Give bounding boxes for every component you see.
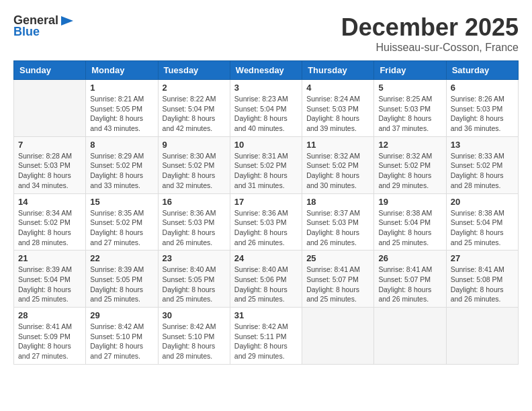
day-number: 2 (163, 83, 226, 93)
calendar-cell: 17Sunrise: 8:36 AM Sunset: 5:03 PM Dayli… (230, 193, 302, 250)
day-number: 1 (90, 83, 153, 93)
calendar-cell: 8Sunrise: 8:29 AM Sunset: 5:02 PM Daylig… (86, 136, 158, 193)
day-info: Sunrise: 8:35 AM Sunset: 5:02 PM Dayligh… (90, 208, 153, 248)
logo: General Blue (13, 13, 75, 39)
day-info: Sunrise: 8:32 AM Sunset: 5:02 PM Dayligh… (306, 151, 369, 191)
calendar-cell: 15Sunrise: 8:35 AM Sunset: 5:02 PM Dayli… (86, 193, 158, 250)
day-number: 19 (378, 197, 441, 207)
day-info: Sunrise: 8:40 AM Sunset: 5:06 PM Dayligh… (234, 265, 298, 304)
calendar-cell: 28Sunrise: 8:41 AM Sunset: 5:09 PM Dayli… (14, 308, 86, 365)
calendar-cell (446, 308, 518, 365)
day-info: Sunrise: 8:30 AM Sunset: 5:02 PM Dayligh… (163, 151, 226, 191)
header-saturday: Saturday (446, 61, 518, 80)
calendar-cell: 23Sunrise: 8:40 AM Sunset: 5:05 PM Dayli… (158, 250, 230, 308)
calendar-cell (302, 308, 374, 365)
day-info: Sunrise: 8:38 AM Sunset: 5:04 PM Dayligh… (451, 208, 514, 248)
week-row-3: 14Sunrise: 8:34 AM Sunset: 5:02 PM Dayli… (14, 193, 519, 250)
day-number: 10 (234, 140, 298, 150)
day-number: 5 (378, 83, 441, 93)
svg-marker-0 (61, 16, 73, 26)
day-info: Sunrise: 8:22 AM Sunset: 5:04 PM Dayligh… (163, 94, 226, 134)
day-number: 31 (234, 310, 298, 320)
calendar-table: SundayMondayTuesdayWednesdayThursdayFrid… (13, 60, 519, 365)
week-row-5: 28Sunrise: 8:41 AM Sunset: 5:09 PM Dayli… (14, 308, 519, 365)
title-area: December 2025 Huisseau-sur-Cosson, Franc… (341, 13, 519, 54)
day-number: 26 (378, 253, 441, 263)
day-info: Sunrise: 8:39 AM Sunset: 5:05 PM Dayligh… (90, 265, 153, 304)
day-number: 11 (306, 140, 369, 150)
day-number: 23 (163, 253, 226, 263)
calendar-cell: 24Sunrise: 8:40 AM Sunset: 5:06 PM Dayli… (230, 250, 302, 308)
day-info: Sunrise: 8:39 AM Sunset: 5:04 PM Dayligh… (18, 265, 81, 304)
calendar-cell: 12Sunrise: 8:32 AM Sunset: 5:02 PM Dayli… (374, 136, 446, 193)
day-info: Sunrise: 8:28 AM Sunset: 5:03 PM Dayligh… (18, 151, 81, 191)
month-title: December 2025 (341, 13, 519, 42)
header-thursday: Thursday (302, 61, 374, 80)
day-info: Sunrise: 8:32 AM Sunset: 5:02 PM Dayligh… (378, 151, 441, 191)
day-info: Sunrise: 8:24 AM Sunset: 5:03 PM Dayligh… (306, 94, 369, 134)
calendar-cell: 31Sunrise: 8:42 AM Sunset: 5:11 PM Dayli… (230, 308, 302, 365)
header-friday: Friday (374, 61, 446, 80)
calendar-cell: 26Sunrise: 8:41 AM Sunset: 5:07 PM Dayli… (374, 250, 446, 308)
calendar-cell: 29Sunrise: 8:42 AM Sunset: 5:10 PM Dayli… (86, 308, 158, 365)
location-title: Huisseau-sur-Cosson, France (341, 42, 519, 54)
day-number: 24 (234, 253, 298, 263)
day-info: Sunrise: 8:42 AM Sunset: 5:10 PM Dayligh… (163, 322, 226, 361)
day-number: 29 (90, 310, 153, 320)
week-row-2: 7Sunrise: 8:28 AM Sunset: 5:03 PM Daylig… (14, 136, 519, 193)
day-number: 3 (234, 83, 298, 93)
day-number: 6 (451, 83, 514, 93)
header-tuesday: Tuesday (158, 61, 230, 80)
calendar-cell: 22Sunrise: 8:39 AM Sunset: 5:05 PM Dayli… (86, 250, 158, 308)
day-number: 15 (90, 197, 153, 207)
day-info: Sunrise: 8:36 AM Sunset: 5:03 PM Dayligh… (234, 208, 298, 248)
day-number: 14 (18, 197, 81, 207)
calendar-cell: 13Sunrise: 8:33 AM Sunset: 5:02 PM Dayli… (446, 136, 518, 193)
calendar-cell: 3Sunrise: 8:23 AM Sunset: 5:04 PM Daylig… (230, 80, 302, 137)
calendar-cell: 20Sunrise: 8:38 AM Sunset: 5:04 PM Dayli… (446, 193, 518, 250)
day-number: 12 (378, 140, 441, 150)
day-number: 16 (163, 197, 226, 207)
day-info: Sunrise: 8:34 AM Sunset: 5:02 PM Dayligh… (18, 208, 81, 248)
day-info: Sunrise: 8:41 AM Sunset: 5:08 PM Dayligh… (451, 265, 514, 304)
calendar-cell: 1Sunrise: 8:21 AM Sunset: 5:05 PM Daylig… (86, 80, 158, 137)
day-info: Sunrise: 8:21 AM Sunset: 5:05 PM Dayligh… (90, 94, 153, 134)
logo-flag-icon (60, 15, 75, 27)
day-number: 4 (306, 83, 369, 93)
day-info: Sunrise: 8:33 AM Sunset: 5:02 PM Dayligh… (451, 151, 514, 191)
day-number: 28 (18, 310, 81, 320)
calendar-cell: 14Sunrise: 8:34 AM Sunset: 5:02 PM Dayli… (14, 193, 86, 250)
calendar-cell: 18Sunrise: 8:37 AM Sunset: 5:03 PM Dayli… (302, 193, 374, 250)
day-info: Sunrise: 8:25 AM Sunset: 5:03 PM Dayligh… (378, 94, 441, 134)
day-number: 27 (451, 253, 514, 263)
day-number: 20 (451, 197, 514, 207)
day-number: 9 (163, 140, 226, 150)
header-wednesday: Wednesday (230, 61, 302, 80)
header-row: SundayMondayTuesdayWednesdayThursdayFrid… (14, 61, 519, 80)
header-sunday: Sunday (14, 61, 86, 80)
day-info: Sunrise: 8:36 AM Sunset: 5:03 PM Dayligh… (163, 208, 226, 248)
day-number: 17 (234, 197, 298, 207)
day-info: Sunrise: 8:42 AM Sunset: 5:10 PM Dayligh… (90, 322, 153, 361)
day-number: 8 (90, 140, 153, 150)
day-number: 13 (451, 140, 514, 150)
calendar-cell: 27Sunrise: 8:41 AM Sunset: 5:08 PM Dayli… (446, 250, 518, 308)
day-number: 25 (306, 253, 369, 263)
calendar-cell: 16Sunrise: 8:36 AM Sunset: 5:03 PM Dayli… (158, 193, 230, 250)
calendar-cell: 19Sunrise: 8:38 AM Sunset: 5:04 PM Dayli… (374, 193, 446, 250)
calendar-cell: 6Sunrise: 8:26 AM Sunset: 5:03 PM Daylig… (446, 80, 518, 137)
day-info: Sunrise: 8:23 AM Sunset: 5:04 PM Dayligh… (234, 94, 298, 134)
calendar-cell: 5Sunrise: 8:25 AM Sunset: 5:03 PM Daylig… (374, 80, 446, 137)
calendar-cell (14, 80, 86, 137)
logo-blue: Blue (13, 25, 40, 39)
day-info: Sunrise: 8:31 AM Sunset: 5:02 PM Dayligh… (234, 151, 298, 191)
calendar-cell: 7Sunrise: 8:28 AM Sunset: 5:03 PM Daylig… (14, 136, 86, 193)
calendar-cell (374, 308, 446, 365)
day-info: Sunrise: 8:38 AM Sunset: 5:04 PM Dayligh… (378, 208, 441, 248)
day-info: Sunrise: 8:41 AM Sunset: 5:07 PM Dayligh… (378, 265, 441, 304)
calendar-cell: 4Sunrise: 8:24 AM Sunset: 5:03 PM Daylig… (302, 80, 374, 137)
day-number: 7 (18, 140, 81, 150)
day-info: Sunrise: 8:41 AM Sunset: 5:07 PM Dayligh… (306, 265, 369, 304)
page-header: General Blue December 2025 Huisseau-sur-… (13, 13, 519, 54)
calendar-cell: 2Sunrise: 8:22 AM Sunset: 5:04 PM Daylig… (158, 80, 230, 137)
